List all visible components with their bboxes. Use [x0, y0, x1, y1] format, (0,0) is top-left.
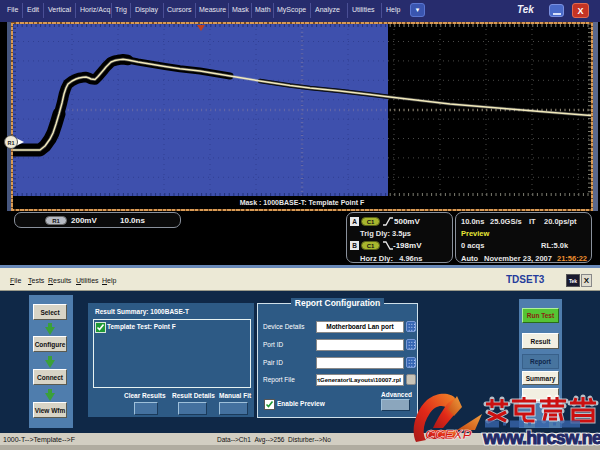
svg-text:R1: R1 [7, 140, 14, 146]
svg-text:CCEXP: CCEXP [425, 427, 473, 442]
svg-text:www.hncsw.net: www.hncsw.net [482, 428, 600, 448]
